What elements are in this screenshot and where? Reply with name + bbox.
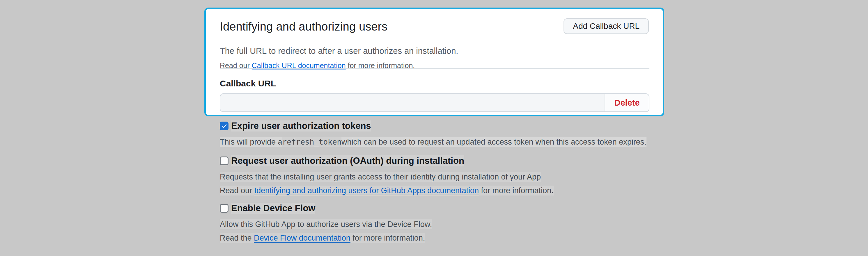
expire-tokens-checkbox[interactable] bbox=[220, 122, 228, 130]
option-request-oauth-section: Request user authorization (OAuth) durin… bbox=[220, 155, 744, 195]
device-flow-documentation-link[interactable]: Device Flow documentation bbox=[254, 234, 350, 242]
option-device-flow-section: Enable Device Flow Allow this GitHub App… bbox=[220, 203, 744, 243]
device-flow-note: Read the Device Flow documentation for m… bbox=[220, 233, 425, 243]
delete-callback-url-button[interactable]: Delete bbox=[604, 94, 649, 111]
request-oauth-label[interactable]: Request user authorization (OAuth) durin… bbox=[231, 155, 464, 166]
desc-suffix: which can be used to request an updated … bbox=[341, 137, 647, 147]
request-oauth-note: Read our Identifying and authorizing use… bbox=[220, 186, 554, 195]
callback-url-field-label: Callback URL bbox=[220, 78, 276, 89]
identifying-authorizing-users-documentation-link[interactable]: Identifying and authorizing users for Gi… bbox=[254, 186, 479, 195]
device-flow-description: Allow this GitHub App to authorize users… bbox=[220, 219, 744, 229]
note-prefix: Read our bbox=[220, 186, 254, 195]
device-flow-checkbox[interactable] bbox=[220, 204, 228, 213]
request-oauth-description: Requests that the installing user grants… bbox=[220, 172, 744, 182]
add-callback-url-button[interactable]: Add Callback URL bbox=[563, 18, 649, 34]
page-background: Identifying and authorizing users Add Ca… bbox=[0, 0, 868, 256]
option-expire-tokens-section: Expire user authorization tokens This wi… bbox=[220, 121, 744, 147]
refresh-token-code: refresh_token bbox=[282, 137, 342, 146]
callback-url-input[interactable] bbox=[220, 94, 604, 111]
callback-url-input-group: Delete bbox=[220, 93, 649, 112]
expire-tokens-description: This will provide a refresh_token which … bbox=[220, 137, 744, 147]
callback-url-description: The full URL to redirect to after a user… bbox=[220, 46, 458, 56]
section-title: Identifying and authorizing users bbox=[220, 20, 388, 33]
divider bbox=[220, 68, 649, 69]
desc-prefix: This will provide a bbox=[220, 137, 282, 147]
expire-tokens-label[interactable]: Expire user authorization tokens bbox=[231, 121, 371, 131]
note-suffix: for more information. bbox=[479, 186, 554, 195]
check-icon bbox=[221, 123, 227, 129]
note-suffix: for more information. bbox=[350, 234, 425, 242]
device-flow-label[interactable]: Enable Device Flow bbox=[231, 203, 315, 214]
request-oauth-checkbox[interactable] bbox=[220, 157, 228, 165]
note-prefix: Read the bbox=[220, 234, 254, 242]
identifying-authorizing-users-card: Identifying and authorizing users Add Ca… bbox=[204, 7, 664, 116]
